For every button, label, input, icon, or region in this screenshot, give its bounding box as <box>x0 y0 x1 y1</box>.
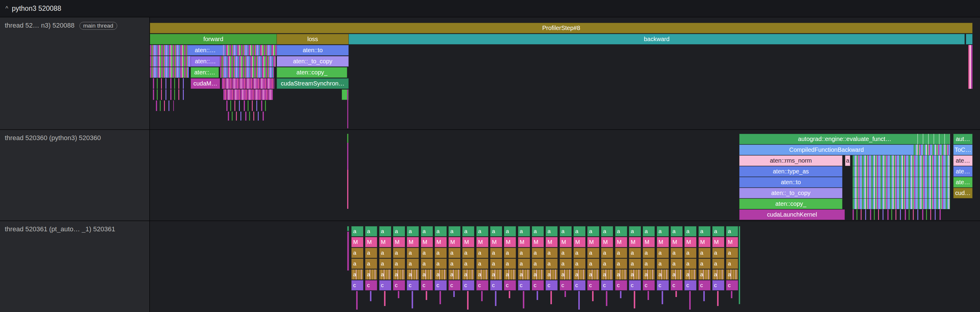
trace-slice[interactable]: c <box>532 280 544 290</box>
kernel-launch-group[interactable]: aMaaac <box>407 221 419 312</box>
trace-slice[interactable]: a <box>587 226 599 236</box>
trace-slice[interactable]: a <box>435 226 447 236</box>
trace-slice[interactable]: a <box>587 259 599 269</box>
trace-slice-thin[interactable] <box>703 291 705 301</box>
trace-slice[interactable]: a <box>657 269 669 280</box>
trace-slice[interactable]: a <box>490 269 502 280</box>
dense-slices[interactable] <box>153 89 186 100</box>
trace-slice[interactable]: M <box>407 237 419 247</box>
trace-slice-thin[interactable] <box>495 291 496 306</box>
trace-slice[interactable]: c <box>671 280 682 290</box>
trace-slice[interactable]: a <box>421 248 433 258</box>
trace-slice[interactable]: a <box>393 259 405 269</box>
trace-slice[interactable]: a <box>615 259 627 269</box>
trace-slice[interactable]: a <box>532 269 544 280</box>
trace-slice[interactable]: a <box>560 259 572 269</box>
trace-slice[interactable]: M <box>615 237 627 247</box>
trace-slice-thin[interactable] <box>717 291 719 306</box>
dense-slices[interactable] <box>150 56 191 67</box>
kernel-launch-group[interactable]: aMaaac <box>657 221 669 312</box>
trace-slice-truncated[interactable]: ToC… <box>953 145 972 155</box>
trace-slice[interactable]: M <box>352 237 363 247</box>
trace-slice[interactable]: a <box>532 226 544 236</box>
kernel-launch-group[interactable]: aMaaac <box>504 221 516 312</box>
trace-slice[interactable]: M <box>490 237 502 247</box>
trace-slice-thin[interactable] <box>606 291 608 306</box>
trace-slice[interactable]: M <box>643 237 655 247</box>
trace-slice[interactable]: a <box>352 269 363 280</box>
trace-slice[interactable]: M <box>435 237 447 247</box>
kernel-launch-group[interactable]: aMaaac <box>601 221 613 312</box>
trace-slice[interactable]: a <box>657 226 669 236</box>
dense-slices[interactable] <box>914 145 950 155</box>
trace-slice[interactable]: c <box>698 280 711 290</box>
trace-slice-thin[interactable] <box>689 291 691 310</box>
trace-slice[interactable]: a <box>698 226 711 236</box>
dense-slices[interactable] <box>220 67 274 78</box>
trace-slice[interactable]: a <box>504 226 516 236</box>
trace-slice[interactable]: M <box>504 237 516 247</box>
trace-slice[interactable]: M <box>421 237 433 247</box>
trace-slice[interactable]: a <box>684 269 697 280</box>
trace-slice[interactable]: a <box>393 269 405 280</box>
trace-slice[interactable]: a <box>657 248 669 258</box>
trace-slice[interactable]: c <box>643 280 655 290</box>
slice-aten-to-copy[interactable]: aten::_to_copy <box>277 56 348 67</box>
trace-slice[interactable]: a <box>435 248 447 258</box>
dense-slices[interactable] <box>853 177 950 188</box>
trace-slice[interactable]: a <box>643 269 655 280</box>
trace-slice[interactable]: a <box>671 248 682 258</box>
trace-slice[interactable]: M <box>726 237 738 247</box>
trace-slice-thin[interactable] <box>634 291 635 309</box>
trace-slice[interactable]: a <box>546 269 558 280</box>
trace-slice[interactable]: c <box>712 280 724 290</box>
slice-type-as[interactable]: aten::type_as <box>739 166 842 177</box>
kernel-launch-group[interactable]: aMaaac <box>490 221 502 312</box>
trace-slice[interactable]: a <box>365 269 377 280</box>
trace-slice[interactable]: a <box>518 226 530 236</box>
trace-slice[interactable]: a <box>393 248 405 258</box>
trace-slice[interactable]: a <box>845 155 850 166</box>
dense-slices[interactable] <box>853 209 942 220</box>
trace-slice[interactable]: a <box>352 248 363 258</box>
dense-slices[interactable] <box>968 45 972 89</box>
trace-slice-thin[interactable] <box>439 291 441 304</box>
trace-slice[interactable]: a <box>421 259 433 269</box>
trace-slice[interactable]: c <box>352 280 363 290</box>
trace-slice[interactable]: c <box>546 280 558 290</box>
kernel-launch-group[interactable]: aMaaac <box>449 221 460 312</box>
trace-slice[interactable]: a <box>726 226 738 236</box>
trace-slice[interactable]: a <box>560 226 572 236</box>
trace-slice[interactable]: a <box>379 259 391 269</box>
trace-slice[interactable]: a <box>587 269 599 280</box>
slice-compiled-function-backward[interactable]: CompiledFunctionBackward <box>739 145 914 155</box>
trace-slice[interactable]: c <box>393 280 405 290</box>
kernel-launch-group[interactable]: aMaaac <box>698 221 711 312</box>
trace-slice[interactable]: a <box>449 248 460 258</box>
trace-slice-thin[interactable] <box>509 291 510 298</box>
kernel-launch-group[interactable]: aMaaac <box>546 221 558 312</box>
trace-slice[interactable]: a <box>560 269 572 280</box>
trace-slice[interactable]: a <box>462 248 474 258</box>
trace-slice[interactable]: c <box>587 280 599 290</box>
kernel-launch-group[interactable]: aMaaac <box>379 221 391 312</box>
trace-slice[interactable]: M <box>518 237 530 247</box>
slice-cuda-stream-sync[interactable]: cudaStreamSynchron… <box>277 78 348 89</box>
trace-slice[interactable]: a <box>573 259 585 269</box>
trace-slice-thin[interactable] <box>347 232 349 271</box>
trace-slice[interactable]: c <box>684 280 697 290</box>
trace-slice[interactable]: a <box>684 259 697 269</box>
trace-slice[interactable]: a <box>407 226 419 236</box>
kernel-launch-group[interactable]: aMaaac <box>518 221 530 312</box>
trace-slice[interactable]: M <box>449 237 460 247</box>
trace-slice-thin[interactable] <box>537 291 538 300</box>
trace-slice-thin[interactable] <box>384 291 385 306</box>
trace-slice[interactable]: c <box>462 280 474 290</box>
trace-slice[interactable]: M <box>712 237 724 247</box>
trace-slice[interactable]: c <box>726 280 738 290</box>
dense-slices[interactable] <box>220 56 275 67</box>
trace-slice[interactable]: a <box>615 269 627 280</box>
trace-slice[interactable]: a <box>712 259 724 269</box>
slice-profiler-step[interactable]: ProfilerStep#8 <box>150 23 972 33</box>
kernel-launch-group[interactable]: aMaaac <box>726 221 738 312</box>
